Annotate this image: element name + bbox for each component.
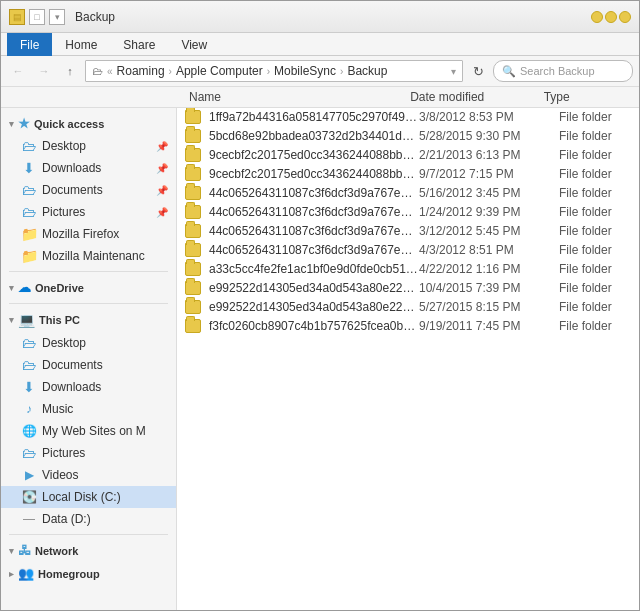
close-button[interactable]	[619, 11, 631, 23]
downloads-qa-label: Downloads	[42, 161, 101, 175]
network-header[interactable]: ▾ 🖧 Network	[1, 539, 176, 562]
tab-file[interactable]: File	[7, 33, 52, 56]
documents-pc-label: Documents	[42, 358, 103, 372]
file-type: File folder	[559, 281, 639, 295]
sidebar-item-data-d[interactable]: — Data (D:)	[1, 508, 176, 530]
file-name: 5bcd68e92bbadea03732d2b34401d28d17...	[209, 129, 419, 143]
tab-view[interactable]: View	[168, 33, 220, 56]
onedrive-header[interactable]: ▾ ☁ OneDrive	[1, 276, 176, 299]
downloads-pc-icon: ⬇	[21, 379, 37, 395]
documents-qa-icon: 🗁	[21, 182, 37, 198]
file-type: File folder	[559, 243, 639, 257]
col-modified-header[interactable]: Date modified	[410, 90, 543, 104]
onedrive-chevron: ▾	[9, 283, 14, 293]
file-name: 44c065264311087c3f6dcf3d9a767ebb2788...	[209, 186, 419, 200]
path-apple: Apple Computer	[176, 64, 263, 78]
firefox-label: Mozilla Firefox	[42, 227, 119, 241]
desktop-qa-label: Desktop	[42, 139, 86, 153]
file-name: 9cecbf2c20175ed0cc3436244088bb8567ff...	[209, 167, 419, 181]
network-chevron: ▾	[9, 546, 14, 556]
file-list: 1ff9a72b44316a058147705c2970f4947cba... …	[177, 108, 639, 610]
address-path[interactable]: 🗁 « Roaming › Apple Computer › MobileSyn…	[85, 60, 463, 82]
file-name: 1ff9a72b44316a058147705c2970f4947cba...	[209, 110, 419, 124]
file-row[interactable]: 1ff9a72b44316a058147705c2970f4947cba... …	[177, 108, 639, 127]
file-name: 44c065264311087c3f6dcf3d9a767ebb2788...	[209, 205, 419, 219]
file-name: 9cecbf2c20175ed0cc3436244088bb8567ff...	[209, 148, 419, 162]
file-type: File folder	[559, 167, 639, 181]
thispc-header[interactable]: ▾ 💻 This PC	[1, 308, 176, 332]
sidebar-item-downloads-pc[interactable]: ⬇ Downloads	[1, 376, 176, 398]
address-bar: ← → ↑ 🗁 « Roaming › Apple Computer › Mob…	[1, 56, 639, 87]
window-title: Backup	[75, 10, 115, 24]
file-modified: 1/24/2012 9:39 PM	[419, 205, 559, 219]
sidebar-item-pictures-qa[interactable]: 🗁 Pictures 📌	[1, 201, 176, 223]
sidebar-divider-2	[9, 303, 168, 304]
websites-icon: 🌐	[21, 423, 37, 439]
refresh-button[interactable]: ↻	[467, 60, 489, 82]
homegroup-header[interactable]: ▸ 👥 Homegroup	[1, 562, 176, 585]
title-down-icon: ▾	[49, 9, 65, 25]
data-d-icon: —	[21, 511, 37, 527]
col-name-header[interactable]: Name	[181, 90, 410, 104]
file-row[interactable]: 9cecbf2c20175ed0cc3436244088bb8567ff... …	[177, 146, 639, 165]
file-name: 44c065264311087c3f6dcf3d9a767ebb2788...	[209, 243, 419, 257]
quick-access-chevron: ▾	[9, 119, 14, 129]
file-row[interactable]: 44c065264311087c3f6dcf3d9a767ebb2788... …	[177, 203, 639, 222]
file-folder-icon	[177, 243, 209, 257]
file-row[interactable]: 44c065264311087c3f6dcf3d9a767ebb2788... …	[177, 241, 639, 260]
sidebar-item-websites[interactable]: 🌐 My Web Sites on M	[1, 420, 176, 442]
file-row[interactable]: e992522d14305ed34a0d543a80e22370b4f... 5…	[177, 298, 639, 317]
thispc-label: This PC	[39, 314, 80, 326]
sidebar-item-desktop-pc[interactable]: 🗁 Desktop	[1, 332, 176, 354]
sidebar-item-local-disk[interactable]: 💽 Local Disk (C:)	[1, 486, 176, 508]
minimize-button[interactable]	[591, 11, 603, 23]
file-folder-icon	[177, 167, 209, 181]
file-modified: 9/7/2012 7:15 PM	[419, 167, 559, 181]
file-row[interactable]: 44c065264311087c3f6dcf3d9a767ebb2788... …	[177, 184, 639, 203]
music-label: Music	[42, 402, 73, 416]
file-name: 44c065264311087c3f6dcf3d9a767ebb2788...	[209, 224, 419, 238]
tab-home[interactable]: Home	[52, 33, 110, 56]
sidebar-item-documents-pc[interactable]: 🗁 Documents	[1, 354, 176, 376]
up-button[interactable]: ↑	[59, 60, 81, 82]
file-modified: 5/16/2012 3:45 PM	[419, 186, 559, 200]
file-modified: 3/12/2012 5:45 PM	[419, 224, 559, 238]
sidebar-item-desktop-qa[interactable]: 🗁 Desktop 📌	[1, 135, 176, 157]
pictures-qa-icon: 🗁	[21, 204, 37, 220]
file-type: File folder	[559, 186, 639, 200]
sidebar-item-documents-qa[interactable]: 🗁 Documents 📌	[1, 179, 176, 201]
file-row[interactable]: a33c5cc4fe2fe1ac1bf0e9d0fde0cb519035... …	[177, 260, 639, 279]
mozilla-maintenance-label: Mozilla Maintenanc	[42, 249, 145, 263]
path-backup: Backup	[347, 64, 387, 78]
file-row[interactable]: 5bcd68e92bbadea03732d2b34401d28d17... 5/…	[177, 127, 639, 146]
maximize-button[interactable]	[605, 11, 617, 23]
file-row[interactable]: 9cecbf2c20175ed0cc3436244088bb8567ff... …	[177, 165, 639, 184]
file-row[interactable]: f3fc0260cb8907c4b1b757625fcea0b5fd34f...…	[177, 317, 639, 336]
file-folder-icon	[177, 224, 209, 238]
sidebar-item-music[interactable]: ♪ Music	[1, 398, 176, 420]
sidebar-item-firefox[interactable]: 📁 Mozilla Firefox	[1, 223, 176, 245]
tab-share[interactable]: Share	[110, 33, 168, 56]
sidebar: ▾ ★ Quick access 🗁 Desktop 📌 ⬇ Downloads…	[1, 108, 177, 610]
forward-button[interactable]: →	[33, 60, 55, 82]
search-box[interactable]: 🔍 Search Backup	[493, 60, 633, 82]
file-row[interactable]: 44c065264311087c3f6dcf3d9a767ebb2788... …	[177, 222, 639, 241]
file-type: File folder	[559, 300, 639, 314]
quick-access-label: Quick access	[34, 118, 104, 130]
quick-access-icon: ★	[18, 116, 30, 131]
file-row[interactable]: e992522d14305ed34a0d543a80e22370b4f... 1…	[177, 279, 639, 298]
quick-access-header[interactable]: ▾ ★ Quick access	[1, 112, 176, 135]
sidebar-divider-1	[9, 271, 168, 272]
sidebar-item-videos[interactable]: ▶ Videos	[1, 464, 176, 486]
pictures-qa-pin: 📌	[156, 207, 168, 218]
pictures-qa-label: Pictures	[42, 205, 85, 219]
back-button[interactable]: ←	[7, 60, 29, 82]
file-modified: 4/3/2012 8:51 PM	[419, 243, 559, 257]
mozilla-maintenance-icon: 📁	[21, 248, 37, 264]
title-folder-icon: ▤	[9, 9, 25, 25]
sidebar-item-pictures-pc[interactable]: 🗁 Pictures	[1, 442, 176, 464]
path-separator-1: «	[107, 66, 113, 77]
col-type-header[interactable]: Type	[544, 90, 639, 104]
sidebar-item-mozilla-maintenance[interactable]: 📁 Mozilla Maintenanc	[1, 245, 176, 267]
sidebar-item-downloads-qa[interactable]: ⬇ Downloads 📌	[1, 157, 176, 179]
